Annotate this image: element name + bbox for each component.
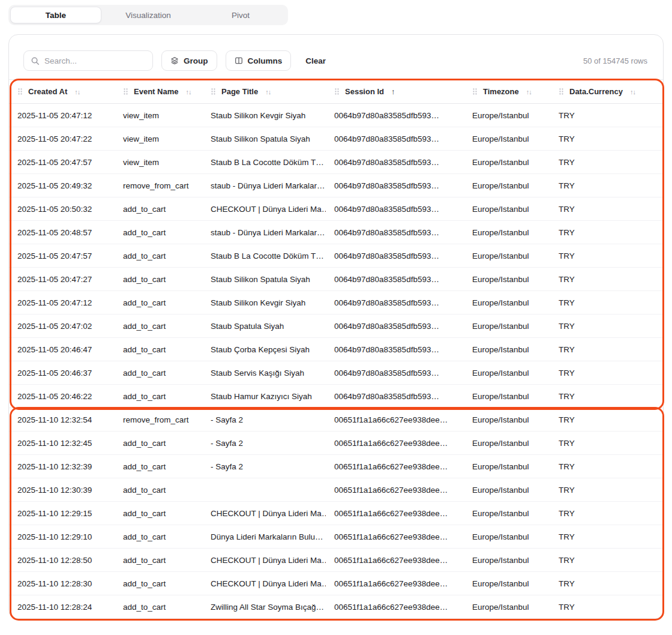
columns-button[interactable]: Columns: [226, 50, 292, 71]
table-cell: remove_from_cart: [115, 174, 202, 197]
table-row[interactable]: 2025-11-10 12:28:24add_to_cartZwilling A…: [9, 595, 663, 619]
table-row[interactable]: 2025-11-05 20:46:22add_to_cartStaub Hamu…: [9, 385, 663, 408]
columns-icon: [235, 56, 243, 65]
table-cell: 00651f1a1a66c627ee938dee…: [326, 502, 464, 525]
tab-pivot[interactable]: Pivot: [195, 7, 286, 23]
table-cell: Europe/Istanbul: [464, 127, 550, 151]
table-row[interactable]: 2025-11-05 20:47:02add_to_cartStaub Spat…: [9, 314, 663, 338]
table-cell: add_to_cart: [115, 385, 202, 408]
column-header-event-name[interactable]: Event Name↑↓: [115, 80, 202, 104]
table-cell: Staub Spatula Siyah: [202, 314, 326, 338]
table-row[interactable]: 2025-11-05 20:46:37add_to_cartStaub Serv…: [9, 361, 663, 385]
table-cell: 00651f1a1a66c627ee938dee…: [326, 408, 464, 432]
table-cell: 0064b97d80a83585dfb593…: [326, 291, 464, 314]
table-cell: Staub Hamur Kazıyıcı Siyah: [202, 385, 326, 408]
sort-both-icon[interactable]: ↑↓: [630, 88, 635, 95]
table-cell: TRY: [550, 595, 663, 619]
table-cell: TRY: [550, 478, 663, 502]
table-cell: - Sayfa 2: [202, 408, 326, 432]
table-row[interactable]: 2025-11-05 20:47:12view_itemStaub Siliko…: [9, 104, 663, 127]
table-cell: add_to_cart: [115, 549, 202, 572]
table-cell: 0064b97d80a83585dfb593…: [326, 314, 464, 338]
drag-handle-icon[interactable]: [334, 88, 340, 95]
table-row[interactable]: 2025-11-10 12:30:39add_to_cart00651f1a1a…: [9, 478, 663, 502]
table-cell: TRY: [550, 104, 663, 127]
table-row[interactable]: 2025-11-10 12:32:45add_to_cart- Sayfa 20…: [9, 432, 663, 455]
table-cell: 0064b97d80a83585dfb593…: [326, 244, 464, 268]
column-header-session-id[interactable]: Session Id↑: [326, 80, 464, 104]
drag-handle-icon[interactable]: [472, 88, 478, 95]
table-row[interactable]: 2025-11-05 20:47:57view_itemStaub B La C…: [9, 151, 663, 174]
sort-both-icon[interactable]: ↑↓: [265, 88, 271, 95]
table-cell: add_to_cart: [115, 268, 202, 291]
table-cell: staub - Dünya Lideri Markalar…: [202, 174, 326, 197]
sort-both-icon[interactable]: ↑↓: [185, 88, 191, 95]
table-cell: Europe/Istanbul: [464, 221, 550, 244]
table-row[interactable]: 2025-11-05 20:47:22view_itemStaub Siliko…: [9, 127, 663, 151]
drag-handle-icon[interactable]: [211, 88, 216, 95]
column-header-data-currency[interactable]: Data.Currency↑↓: [550, 80, 663, 104]
table-row[interactable]: 2025-11-05 20:47:27add_to_cartStaub Sili…: [9, 268, 663, 291]
table-cell: 2025-11-05 20:47:27: [9, 268, 115, 291]
column-header-created-at[interactable]: Created At↑↓: [9, 80, 115, 104]
table-toolbar: Group Columns Clear 50 of 154745 rows: [9, 35, 663, 79]
column-header-page-title[interactable]: Page Title↑↓: [202, 80, 326, 104]
drag-handle-icon[interactable]: [559, 88, 564, 95]
sort-both-icon[interactable]: ↑↓: [526, 88, 532, 95]
table-cell: add_to_cart: [115, 572, 202, 595]
table-cell: 0064b97d80a83585dfb593…: [326, 127, 464, 151]
table-row[interactable]: 2025-11-10 12:29:15add_to_cartCHECKOUT |…: [9, 502, 663, 525]
table-row[interactable]: 2025-11-05 20:49:32remove_from_cartstaub…: [9, 174, 663, 197]
table-scroll-area[interactable]: Created At↑↓Event Name↑↓Page Title↑↓Sess…: [9, 79, 663, 619]
table-header-row: Created At↑↓Event Name↑↓Page Title↑↓Sess…: [9, 80, 663, 104]
table-row[interactable]: 2025-11-10 12:32:39add_to_cart- Sayfa 20…: [9, 455, 663, 478]
column-label: Event Name: [134, 87, 178, 96]
drag-handle-icon[interactable]: [17, 88, 23, 95]
group-button[interactable]: Group: [161, 50, 217, 71]
tab-table[interactable]: Table: [10, 7, 101, 23]
table-row[interactable]: 2025-11-10 12:28:50add_to_cartCHECKOUT |…: [9, 549, 663, 572]
table-cell: 00651f1a1a66c627ee938dee…: [326, 595, 464, 619]
table-cell: view_item: [115, 127, 202, 151]
table-row[interactable]: 2025-11-05 20:48:57add_to_cartstaub - Dü…: [9, 221, 663, 244]
sort-both-icon[interactable]: ↑↓: [74, 88, 80, 95]
table-row[interactable]: 2025-11-05 20:46:47add_to_cartStaub Çorb…: [9, 338, 663, 361]
table-cell: staub - Dünya Lideri Markalar…: [202, 221, 326, 244]
table-cell: add_to_cart: [115, 455, 202, 478]
table-row[interactable]: 2025-11-05 20:47:12add_to_cartStaub Sili…: [9, 291, 663, 314]
search-icon: [31, 56, 40, 65]
table-cell: 00651f1a1a66c627ee938dee…: [326, 455, 464, 478]
table-cell: TRY: [550, 408, 663, 432]
column-header-timezone[interactable]: Timezone↑↓: [464, 80, 550, 104]
table-cell: CHECKOUT | Dünya Lideri Ma…: [202, 572, 326, 595]
sort-asc-icon[interactable]: ↑: [391, 87, 395, 96]
table-cell: Europe/Istanbul: [464, 338, 550, 361]
table-row[interactable]: 2025-11-05 20:47:57add_to_cartStaub B La…: [9, 244, 663, 268]
search-input[interactable]: [44, 56, 146, 65]
table-cell: TRY: [550, 127, 663, 151]
table-cell: TRY: [550, 174, 663, 197]
data-table-card: Group Columns Clear 50 of 154745 rows Cr…: [8, 34, 664, 619]
clear-button[interactable]: Clear: [299, 50, 332, 71]
column-label: Data.Currency: [569, 87, 623, 96]
table-row[interactable]: 2025-11-10 12:32:54remove_from_cart- Say…: [9, 408, 663, 432]
table-cell: 2025-11-10 12:32:39: [9, 455, 115, 478]
table-cell: 00651f1a1a66c627ee938dee…: [326, 549, 464, 572]
tab-visualization[interactable]: Visualization: [103, 7, 194, 23]
view-tabs: TableVisualizationPivot: [8, 5, 288, 25]
table-row[interactable]: 2025-11-05 20:50:32add_to_cartCHECKOUT |…: [9, 197, 663, 221]
search-box[interactable]: [23, 50, 153, 71]
table-cell: 00651f1a1a66c627ee938dee…: [326, 525, 464, 549]
table-cell: Europe/Istanbul: [464, 385, 550, 408]
table-row[interactable]: 2025-11-10 12:28:30add_to_cartCHECKOUT |…: [9, 572, 663, 595]
table-cell: 2025-11-05 20:46:47: [9, 338, 115, 361]
table-cell: 0064b97d80a83585dfb593…: [326, 268, 464, 291]
table-cell: 0064b97d80a83585dfb593…: [326, 338, 464, 361]
table-row[interactable]: 2025-11-10 12:29:10add_to_cartDünya Lide…: [9, 525, 663, 549]
table-cell: view_item: [115, 104, 202, 127]
table-cell: add_to_cart: [115, 361, 202, 385]
drag-handle-icon[interactable]: [123, 88, 128, 95]
table-cell: Staub B La Cocotte Döküm T…: [202, 244, 326, 268]
table-cell: 0064b97d80a83585dfb593…: [326, 221, 464, 244]
table-cell: Staub Silikon Spatula Siyah: [202, 268, 326, 291]
